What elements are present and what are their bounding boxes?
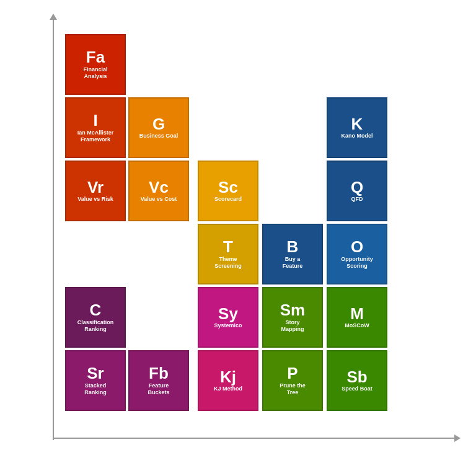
card-name-sy: Systemico — [212, 322, 244, 330]
x-axis — [53, 438, 456, 439]
card-kj[interactable]: KjKJ Method — [198, 350, 258, 411]
card-abbr-sb: Sb — [346, 368, 367, 386]
card-abbr-g: G — [152, 115, 165, 133]
card-t[interactable]: TTheme Screening — [198, 224, 258, 284]
card-abbr-k: K — [351, 115, 363, 133]
card-name-g: Business Goal — [138, 133, 180, 140]
card-c[interactable]: CClassification Ranking — [65, 287, 126, 348]
card-name-sm: Story Mapping — [280, 319, 306, 333]
card-name-sc: Scorecard — [213, 196, 244, 203]
card-abbr-o: O — [351, 238, 363, 256]
card-vr[interactable]: VrValue vs Risk — [65, 161, 126, 221]
card-q[interactable]: QQFD — [327, 161, 387, 221]
card-abbr-sy: Sy — [218, 305, 238, 323]
card-name-sb: Speed Boat — [340, 386, 374, 393]
card-name-k: Kano Model — [340, 133, 375, 140]
card-abbr-m: M — [350, 305, 364, 323]
card-abbr-fa: Fa — [86, 48, 105, 66]
card-abbr-sr: Sr — [87, 364, 104, 382]
card-abbr-kj: Kj — [220, 368, 236, 386]
card-name-fb: Feature Buckets — [146, 382, 171, 397]
y-axis — [53, 19, 54, 440]
card-name-t: Theme Screening — [213, 256, 244, 270]
card-abbr-sm: Sm — [280, 301, 305, 319]
card-abbr-sc: Sc — [218, 178, 238, 196]
card-sc[interactable]: ScScorecard — [198, 161, 258, 221]
card-i[interactable]: IIan McAllister Framework — [65, 97, 126, 158]
chart-container: FaFinancial AnalysisIIan McAllister Fram… — [0, 0, 476, 476]
card-name-fa: Financial Analysis — [81, 66, 109, 81]
card-k[interactable]: KKano Model — [327, 97, 387, 158]
card-abbr-q: Q — [351, 178, 363, 196]
card-abbr-b: B — [287, 238, 299, 256]
card-abbr-fb: Fb — [149, 364, 169, 382]
card-sm[interactable]: SmStory Mapping — [262, 287, 323, 348]
card-name-kj: KJ Method — [212, 386, 244, 393]
card-fb[interactable]: FbFeature Buckets — [128, 350, 189, 411]
card-abbr-i: I — [93, 112, 97, 130]
card-abbr-t: T — [223, 238, 233, 256]
card-name-q: QFD — [350, 196, 365, 203]
card-vc[interactable]: VcValue vs Cost — [128, 161, 189, 221]
card-abbr-vr: Vr — [87, 178, 104, 196]
card-name-p: Prune the Tree — [278, 382, 307, 397]
card-sb[interactable]: SbSpeed Boat — [327, 350, 387, 411]
card-name-i: Ian McAllister Framework — [76, 130, 116, 144]
card-name-c: Classification Ranking — [76, 319, 116, 333]
card-sy[interactable]: SySystemico — [198, 287, 258, 348]
card-m[interactable]: MMoSCoW — [327, 287, 387, 348]
card-name-m: MoSCoW — [343, 322, 371, 330]
card-name-vc: Value vs Cost — [139, 196, 179, 203]
card-name-vr: Value vs Risk — [76, 196, 115, 203]
card-abbr-p: P — [287, 364, 298, 382]
card-fa[interactable]: FaFinancial Analysis — [65, 34, 126, 95]
card-p[interactable]: PPrune the Tree — [262, 350, 323, 411]
card-b[interactable]: BBuy a Feature — [262, 224, 323, 284]
cards-area: FaFinancial AnalysisIIan McAllister Fram… — [65, 34, 457, 426]
card-name-o: Opportunity Scoring — [339, 256, 375, 270]
card-sr[interactable]: SrStacked Ranking — [65, 350, 126, 411]
card-o[interactable]: OOpportunity Scoring — [327, 224, 387, 284]
card-name-sr: Stacked Ranking — [82, 382, 108, 397]
card-name-b: Buy a Feature — [281, 256, 305, 270]
card-abbr-vc: Vc — [149, 178, 169, 196]
card-abbr-c: C — [90, 301, 102, 319]
card-g[interactable]: GBusiness Goal — [128, 97, 189, 158]
